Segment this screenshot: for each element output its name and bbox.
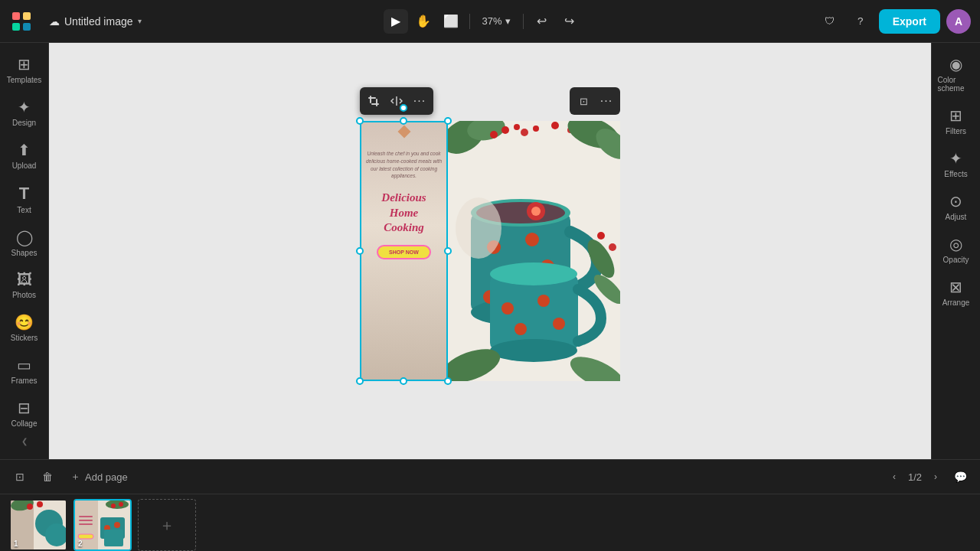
canvas-content[interactable]: Unleash the chef in you and cook delicio… (360, 121, 620, 381)
avatar[interactable]: A (946, 9, 971, 34)
thumbnail-2[interactable]: 2 (74, 499, 132, 551)
sidebar-upload-label: Upload (12, 161, 37, 170)
sidebar-stickers-label: Stickers (11, 334, 38, 342)
sidebar-item-upload[interactable]: ⬆ Upload (3, 135, 46, 176)
fullscreen-button[interactable]: ⊡ (573, 90, 594, 112)
file-title[interactable]: ☁ Untitled image ▾ (43, 12, 148, 31)
thumbnail-1[interactable]: 1 (9, 499, 67, 551)
svg-rect-0 (12, 12, 20, 20)
filters-icon: ⊞ (949, 106, 962, 125)
svg-point-13 (514, 124, 520, 130)
svg-rect-62 (79, 520, 93, 521)
handle-mr[interactable] (444, 247, 452, 255)
svg-rect-3 (23, 23, 31, 31)
file-name-label: Untitled image (64, 15, 133, 28)
sidebar-item-stickers[interactable]: 😊 Stickers (3, 307, 46, 348)
page-indicator: 1/2 (908, 471, 922, 483)
handle-tm[interactable] (400, 117, 407, 125)
thumbnails-row: 1 (0, 494, 980, 551)
svg-rect-61 (79, 516, 93, 517)
redo-button[interactable]: ↪ (557, 9, 582, 34)
panel-item-adjust[interactable]: ⊙ Adjust (935, 186, 978, 227)
prev-page-button[interactable]: ‹ (885, 468, 903, 486)
svg-rect-64 (78, 534, 93, 539)
undo-button[interactable]: ↩ (530, 9, 554, 34)
svg-point-50 (45, 523, 67, 546)
cooking-right-image (448, 121, 620, 381)
collage-icon: ⊟ (18, 399, 31, 417)
add-page-button[interactable]: ＋ Add page (64, 467, 134, 487)
canvas-element-wrapper: ··· ⊡ ··· (360, 121, 620, 381)
svg-point-67 (119, 502, 123, 507)
svg-point-42 (609, 243, 616, 251)
sidebar-collapse-button[interactable]: ❮ (18, 435, 31, 447)
handle-tl[interactable] (356, 117, 364, 125)
bottom-bar: ⊡ 🗑 ＋ Add page ‹ 1/2 › 💬 (0, 459, 980, 551)
photos-icon: 🖼 (17, 271, 32, 289)
sidebar-item-shapes[interactable]: ◯ Shapes (3, 222, 46, 263)
thumbnail-1-number: 1 (14, 540, 18, 548)
hand-tool-button[interactable]: ✋ (411, 9, 436, 34)
sidebar-item-photos[interactable]: 🖼 Photos (3, 265, 46, 305)
app-logo (9, 9, 34, 34)
panel-item-opacity[interactable]: ◎ Opacity (935, 229, 978, 270)
svg-point-12 (501, 126, 509, 134)
copy-page-button[interactable]: ⊡ (9, 466, 31, 487)
zoom-button[interactable]: 37% ▾ (476, 9, 517, 34)
sidebar-item-templates[interactable]: ⊞ Templates (3, 49, 46, 90)
floating-toolbar: ··· (360, 87, 433, 115)
handle-bm[interactable] (400, 377, 407, 385)
handle-tr[interactable] (444, 117, 452, 125)
handle-br[interactable] (444, 377, 452, 385)
panel-item-color-scheme[interactable]: ◉ Color scheme (935, 49, 978, 99)
sidebar-item-design[interactable]: ✦ Design (3, 92, 46, 133)
panel-item-effects[interactable]: ✦ Effects (935, 143, 978, 184)
topbar-right: 🛡 ? Export A (818, 9, 971, 34)
svg-rect-1 (23, 12, 31, 20)
canvas-area[interactable]: ··· ⊡ ··· (49, 43, 931, 459)
handle-bl[interactable] (356, 377, 364, 385)
help-icon-button[interactable]: ? (848, 9, 873, 34)
svg-rect-60 (104, 530, 123, 546)
sidebar-item-collage[interactable]: ⊟ Collage (3, 393, 46, 434)
svg-rect-2 (12, 23, 20, 31)
more-button[interactable]: ··· (596, 90, 617, 112)
svg-point-33 (490, 262, 577, 285)
adjust-icon: ⊙ (949, 192, 962, 210)
arrange-icon: ⊠ (949, 278, 962, 296)
svg-rect-6 (376, 99, 377, 106)
panel-item-filters[interactable]: ⊞ Filters (935, 100, 978, 142)
more-options-button[interactable]: ··· (409, 90, 430, 112)
handle-ml[interactable] (356, 247, 364, 255)
topbar-tools: ▶ ✋ ⬜ 37% ▾ ↩ ↪ (384, 9, 582, 34)
sidebar-item-frames[interactable]: ▭ Frames (3, 350, 46, 391)
svg-point-37 (514, 323, 527, 335)
next-page-button[interactable]: › (926, 468, 945, 486)
frame-tool-button[interactable]: ⬜ (439, 9, 463, 34)
add-thumbnail-button[interactable]: ＋ (138, 499, 196, 551)
svg-point-38 (553, 318, 565, 330)
rotate-handle[interactable] (400, 104, 407, 112)
svg-point-24 (525, 233, 539, 246)
shop-now-button[interactable]: SHOP NOW (377, 245, 431, 259)
toolbar-divider (469, 14, 470, 29)
color-scheme-icon: ◉ (949, 55, 962, 73)
panel-effects-label: Effects (944, 170, 967, 178)
delete-page-button[interactable]: 🗑 (37, 466, 58, 487)
panel-item-arrange[interactable]: ⊠ Arrange (935, 272, 978, 313)
panel-opacity-label: Opacity (943, 256, 969, 264)
opacity-icon: ◎ (949, 235, 962, 253)
sidebar-item-text[interactable]: T Text (3, 178, 46, 220)
upload-icon: ⬆ (18, 141, 31, 159)
crop-button[interactable] (363, 90, 384, 112)
sidebar-photos-label: Photos (12, 291, 36, 299)
page-navigation: ‹ 1/2 › 💬 (885, 466, 971, 487)
svg-point-66 (111, 504, 116, 508)
shield-icon-button[interactable]: 🛡 (818, 9, 842, 34)
select-tool-button[interactable]: ▶ (384, 9, 408, 34)
cooking-title: Delicious Home Cooking (381, 191, 426, 236)
comment-button[interactable]: 💬 (949, 466, 971, 487)
svg-point-14 (521, 129, 528, 136)
export-button[interactable]: Export (879, 9, 940, 34)
bottom-toolbar: ⊡ 🗑 ＋ Add page ‹ 1/2 › 💬 (0, 460, 980, 494)
